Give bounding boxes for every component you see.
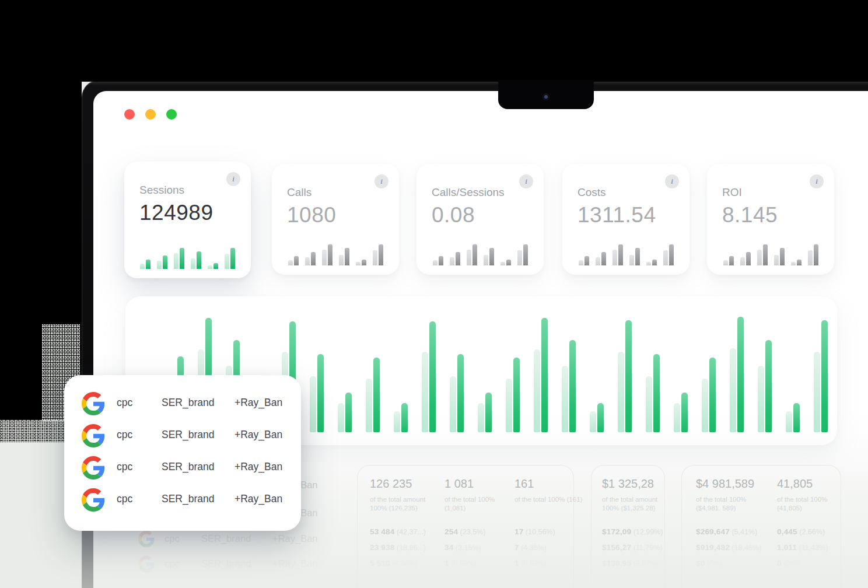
kpi-card-calls[interactable]: i Calls 1080	[272, 164, 399, 275]
kpi-card-costs[interactable]: i Costs 1311.54	[562, 164, 690, 275]
info-icon[interactable]: i	[226, 172, 240, 186]
kpi-card-roi[interactable]: i ROI 8.145	[707, 164, 834, 275]
metric-row: 17 (10,56%)	[514, 527, 608, 543]
chart-bar-light	[422, 352, 428, 432]
kpi-sparkline	[139, 247, 236, 269]
spark-bar	[601, 252, 606, 265]
metric-note: of the total 100% ($4,981. 589)	[696, 495, 767, 513]
channel-cell: cpc	[117, 397, 132, 409]
kpi-card-calls-sessions[interactable]: i Calls/Sessions 0.08	[416, 164, 544, 275]
chart-bar-dark	[345, 393, 352, 432]
zoom-button[interactable]	[166, 109, 177, 120]
spark-bar	[791, 262, 796, 265]
chart-bar-light	[506, 379, 512, 432]
spark-bar	[362, 260, 366, 265]
chart-bar-light	[702, 379, 708, 432]
info-icon[interactable]: i	[665, 174, 679, 188]
metric-header: $1 325,28	[602, 477, 673, 491]
chart-bar-dark	[821, 320, 828, 432]
google-icon	[82, 488, 105, 512]
metric-row: $130,95 (9,87%)	[602, 559, 695, 575]
kpi-value: 1311.54	[578, 203, 690, 228]
channel-cell: cpc	[117, 493, 132, 505]
spark-group	[208, 263, 218, 269]
chart-bar-dark	[765, 340, 772, 432]
info-icon[interactable]: i	[519, 174, 533, 188]
metric-row: 0,445 (2,66%)	[777, 527, 868, 543]
chart-bar-light	[786, 411, 792, 432]
spark-bar	[723, 260, 728, 265]
spark-bar	[808, 250, 813, 265]
spark-bar	[197, 251, 201, 269]
chart-bar-dark	[457, 354, 464, 432]
spark-bar	[230, 248, 235, 269]
popup-row[interactable]: cpc SER_brand +Ray_Ban	[64, 387, 301, 419]
keywords-popup: cpc SER_brand +Ray_Ban cpc SER_brand +Ra…	[64, 375, 301, 531]
kpi-sparkline	[722, 243, 819, 265]
kpi-sparkline	[287, 243, 384, 265]
metric-row: $172,09 (12,99%)	[602, 527, 695, 543]
close-button[interactable]	[124, 109, 135, 120]
spark-group	[501, 260, 511, 265]
keyword-cell: +Ray_Ban	[235, 429, 282, 441]
popup-row[interactable]: cpc SER_brand +Ray_Ban	[64, 452, 301, 484]
spark-group	[612, 244, 623, 265]
metric-row: $156,27 (11,79%)	[602, 543, 695, 559]
kpi-sparkline	[432, 243, 528, 265]
spark-bar	[523, 244, 528, 265]
metric-note: of the total 100% (41,805)	[777, 495, 848, 513]
spark-group	[450, 252, 460, 265]
chart-bar-dark	[737, 317, 744, 432]
chart-bar-dark	[485, 393, 492, 432]
metric-header: 1 081	[444, 477, 516, 491]
metric-note: of the total 100% (161)	[514, 495, 586, 504]
chart-bar-light	[338, 403, 344, 432]
spark-bar	[584, 256, 589, 265]
kpi-value: 0.08	[432, 203, 544, 228]
spark-bar	[757, 250, 762, 265]
spark-bar	[163, 256, 167, 269]
spark-bar	[629, 255, 634, 265]
spark-bar	[814, 244, 818, 265]
info-icon-label: i	[816, 177, 818, 186]
chart-bar-light	[590, 411, 596, 432]
spark-group	[356, 260, 366, 265]
minimize-button[interactable]	[145, 109, 156, 120]
metric-column: 41,805 of the total 100% (41,805)	[777, 477, 848, 513]
spark-group	[663, 244, 674, 265]
info-icon[interactable]: i	[810, 174, 824, 188]
chart-bar-light	[758, 366, 764, 432]
metric-header: 41,805	[777, 477, 848, 491]
chart-bar-light	[618, 352, 624, 432]
kpi-card-sessions[interactable]: i Sessions 124989	[124, 162, 251, 278]
metric-column: $4 981,589 of the total 100% ($4,981. 58…	[696, 477, 767, 513]
spark-bar	[612, 250, 617, 265]
metric-note: of the total 100% (1,081)	[444, 495, 516, 513]
info-icon-label: i	[525, 177, 527, 186]
spark-group	[757, 244, 768, 265]
chart-bar-dark	[793, 403, 800, 432]
spark-bar	[146, 260, 150, 269]
spark-bar	[208, 265, 212, 269]
chart-bar-light	[366, 379, 372, 432]
chart-bar-dark	[681, 393, 688, 432]
keyword-cell: +Ray_Ban	[235, 461, 282, 473]
metric-column: $1 325,28 of the total amount 100% ($1,3…	[602, 477, 673, 513]
info-icon[interactable]: i	[374, 174, 388, 188]
spark-group	[191, 251, 201, 269]
popup-row[interactable]: cpc SER_brand +Ray_Ban	[64, 484, 301, 516]
campaign-cell: SER_brand	[162, 429, 214, 441]
chart-bar-light	[310, 376, 316, 432]
metric-header: 126 235	[370, 477, 441, 491]
chart-bar-light	[730, 348, 736, 432]
spark-bar	[774, 255, 779, 265]
metric-row: $0 (0%)	[696, 559, 789, 575]
popup-row[interactable]: cpc SER_brand +Ray_Ban	[64, 419, 301, 452]
metric-column: 126 235 of the total amount 100% (126,23…	[370, 477, 441, 513]
spark-bar	[501, 262, 505, 265]
spark-group	[305, 252, 316, 265]
keyword-cell: +Ray_Ban	[235, 493, 282, 505]
info-icon-label: i	[671, 177, 673, 186]
chart-bar-dark	[625, 320, 632, 432]
spark-group	[288, 256, 299, 265]
